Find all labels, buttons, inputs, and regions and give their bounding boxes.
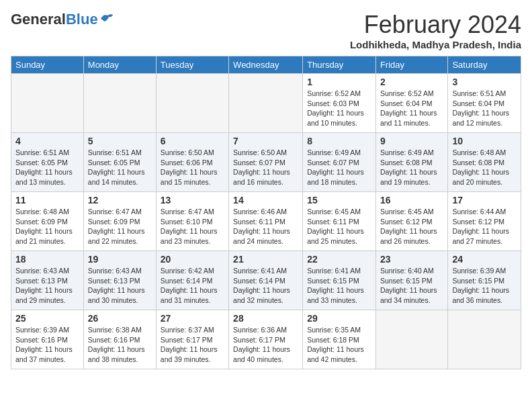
- day-info: Sunrise: 6:45 AMSunset: 6:12 PMDaylight:…: [380, 207, 444, 246]
- day-number: 15: [307, 195, 371, 205]
- day-number: 14: [233, 195, 298, 205]
- calendar-day-cell: 3Sunrise: 6:51 AMSunset: 6:04 PMDaylight…: [448, 74, 521, 133]
- calendar-day-cell: 17Sunrise: 6:44 AMSunset: 6:12 PMDayligh…: [448, 192, 521, 251]
- day-number: 12: [88, 195, 152, 205]
- day-info: Sunrise: 6:41 AMSunset: 6:14 PMDaylight:…: [233, 266, 298, 306]
- title-block: February 2024 Lodhikheda, Madhya Pradesh…: [350, 11, 521, 50]
- weekday-header-row: SundayMondayTuesdayWednesdayThursdayFrid…: [11, 56, 521, 74]
- day-info: Sunrise: 6:39 AMSunset: 6:16 PMDaylight:…: [15, 325, 79, 365]
- day-info: Sunrise: 6:39 AMSunset: 6:15 PMDaylight:…: [452, 266, 517, 306]
- weekday-header-saturday: Saturday: [448, 56, 521, 74]
- day-info: Sunrise: 6:52 AMSunset: 6:04 PMDaylight:…: [380, 89, 444, 128]
- day-info: Sunrise: 6:50 AMSunset: 6:07 PMDaylight:…: [233, 148, 298, 187]
- calendar-day-cell: 8Sunrise: 6:49 AMSunset: 6:07 PMDaylight…: [303, 133, 376, 192]
- day-number: 8: [307, 136, 371, 146]
- calendar-day-cell: 15Sunrise: 6:45 AMSunset: 6:11 PMDayligh…: [303, 192, 376, 251]
- day-info: Sunrise: 6:48 AMSunset: 6:08 PMDaylight:…: [452, 148, 517, 187]
- weekday-header-monday: Monday: [83, 56, 156, 74]
- day-number: 23: [380, 254, 444, 265]
- day-number: 3: [452, 77, 517, 87]
- day-number: 20: [161, 254, 224, 265]
- day-info: Sunrise: 6:51 AMSunset: 6:05 PMDaylight:…: [88, 148, 152, 187]
- day-info: Sunrise: 6:47 AMSunset: 6:10 PMDaylight:…: [161, 207, 224, 246]
- logo: GeneralBlue: [11, 11, 114, 28]
- calendar-week-row: 18Sunrise: 6:43 AMSunset: 6:13 PMDayligh…: [11, 251, 521, 310]
- day-info: Sunrise: 6:45 AMSunset: 6:11 PMDaylight:…: [307, 207, 371, 246]
- calendar-day-cell: 12Sunrise: 6:47 AMSunset: 6:09 PMDayligh…: [83, 192, 156, 251]
- calendar-day-cell: 26Sunrise: 6:38 AMSunset: 6:16 PMDayligh…: [83, 310, 156, 369]
- calendar-day-cell: 1Sunrise: 6:52 AMSunset: 6:03 PMDaylight…: [303, 74, 376, 133]
- calendar-day-cell: 14Sunrise: 6:46 AMSunset: 6:11 PMDayligh…: [229, 192, 303, 251]
- calendar-day-cell: 16Sunrise: 6:45 AMSunset: 6:12 PMDayligh…: [375, 192, 448, 251]
- calendar-day-cell: 19Sunrise: 6:43 AMSunset: 6:13 PMDayligh…: [83, 251, 156, 310]
- calendar-day-cell: 18Sunrise: 6:43 AMSunset: 6:13 PMDayligh…: [11, 251, 84, 310]
- day-number: 16: [380, 195, 444, 205]
- calendar-day-cell: 20Sunrise: 6:42 AMSunset: 6:14 PMDayligh…: [156, 251, 228, 310]
- calendar-day-cell: 5Sunrise: 6:51 AMSunset: 6:05 PMDaylight…: [83, 133, 156, 192]
- day-info: Sunrise: 6:36 AMSunset: 6:17 PMDaylight:…: [233, 325, 298, 365]
- day-number: 26: [88, 313, 152, 324]
- calendar-day-cell: 24Sunrise: 6:39 AMSunset: 6:15 PMDayligh…: [448, 251, 521, 310]
- calendar-day-cell: 23Sunrise: 6:40 AMSunset: 6:15 PMDayligh…: [375, 251, 448, 310]
- calendar-week-row: 25Sunrise: 6:39 AMSunset: 6:16 PMDayligh…: [11, 310, 521, 369]
- day-info: Sunrise: 6:48 AMSunset: 6:09 PMDaylight:…: [15, 207, 79, 246]
- weekday-header-sunday: Sunday: [11, 56, 84, 74]
- day-number: 24: [452, 254, 517, 265]
- day-info: Sunrise: 6:44 AMSunset: 6:12 PMDaylight:…: [452, 207, 517, 246]
- day-info: Sunrise: 6:49 AMSunset: 6:08 PMDaylight:…: [380, 148, 444, 187]
- day-number: 11: [15, 195, 79, 205]
- day-number: 28: [233, 313, 298, 324]
- day-info: Sunrise: 6:40 AMSunset: 6:15 PMDaylight:…: [380, 266, 444, 306]
- day-number: 29: [307, 313, 371, 324]
- day-info: Sunrise: 6:47 AMSunset: 6:09 PMDaylight:…: [88, 207, 152, 246]
- day-info: Sunrise: 6:52 AMSunset: 6:03 PMDaylight:…: [307, 89, 371, 128]
- calendar-week-row: 1Sunrise: 6:52 AMSunset: 6:03 PMDaylight…: [11, 74, 521, 133]
- calendar-day-cell: 28Sunrise: 6:36 AMSunset: 6:17 PMDayligh…: [229, 310, 303, 369]
- day-info: Sunrise: 6:41 AMSunset: 6:15 PMDaylight:…: [307, 266, 371, 306]
- calendar-day-cell: [11, 74, 84, 133]
- weekday-header-thursday: Thursday: [303, 56, 376, 74]
- calendar-day-cell: 2Sunrise: 6:52 AMSunset: 6:04 PMDaylight…: [375, 74, 448, 133]
- calendar-day-cell: 11Sunrise: 6:48 AMSunset: 6:09 PMDayligh…: [11, 192, 84, 251]
- calendar-day-cell: 10Sunrise: 6:48 AMSunset: 6:08 PMDayligh…: [448, 133, 521, 192]
- day-number: 18: [15, 254, 79, 265]
- day-info: Sunrise: 6:51 AMSunset: 6:04 PMDaylight:…: [452, 89, 517, 128]
- day-number: 6: [161, 136, 224, 146]
- logo-text: GeneralBlue: [11, 11, 98, 28]
- calendar-day-cell: 22Sunrise: 6:41 AMSunset: 6:15 PMDayligh…: [303, 251, 376, 310]
- day-number: 19: [88, 254, 152, 265]
- calendar-week-row: 11Sunrise: 6:48 AMSunset: 6:09 PMDayligh…: [11, 192, 521, 251]
- calendar-day-cell: 13Sunrise: 6:47 AMSunset: 6:10 PMDayligh…: [156, 192, 228, 251]
- calendar-day-cell: [448, 310, 521, 369]
- calendar-day-cell: 6Sunrise: 6:50 AMSunset: 6:06 PMDaylight…: [156, 133, 228, 192]
- day-number: 5: [88, 136, 152, 146]
- day-number: 9: [380, 136, 444, 146]
- calendar-day-cell: 25Sunrise: 6:39 AMSunset: 6:16 PMDayligh…: [11, 310, 84, 369]
- page-header: GeneralBlue February 2024 Lodhikheda, Ma…: [11, 11, 521, 50]
- day-info: Sunrise: 6:43 AMSunset: 6:13 PMDaylight:…: [88, 266, 152, 306]
- day-info: Sunrise: 6:49 AMSunset: 6:07 PMDaylight:…: [307, 148, 371, 187]
- calendar-day-cell: [229, 74, 303, 133]
- weekday-header-friday: Friday: [375, 56, 448, 74]
- day-number: 4: [15, 136, 79, 146]
- day-number: 1: [307, 77, 371, 87]
- calendar-day-cell: [156, 74, 228, 133]
- day-info: Sunrise: 6:51 AMSunset: 6:05 PMDaylight:…: [15, 148, 79, 187]
- day-number: 7: [233, 136, 298, 146]
- day-info: Sunrise: 6:50 AMSunset: 6:06 PMDaylight:…: [161, 148, 224, 187]
- calendar-day-cell: 27Sunrise: 6:37 AMSunset: 6:17 PMDayligh…: [156, 310, 228, 369]
- calendar-day-cell: 9Sunrise: 6:49 AMSunset: 6:08 PMDaylight…: [375, 133, 448, 192]
- calendar-day-cell: [375, 310, 448, 369]
- day-number: 2: [380, 77, 444, 87]
- day-info: Sunrise: 6:43 AMSunset: 6:13 PMDaylight:…: [15, 266, 79, 306]
- logo-bird-icon: [99, 12, 114, 24]
- day-info: Sunrise: 6:46 AMSunset: 6:11 PMDaylight:…: [233, 207, 298, 246]
- day-number: 10: [452, 136, 517, 146]
- weekday-header-wednesday: Wednesday: [229, 56, 303, 74]
- day-number: 17: [452, 195, 517, 205]
- location: Lodhikheda, Madhya Pradesh, India: [350, 39, 521, 50]
- calendar-table: SundayMondayTuesdayWednesdayThursdayFrid…: [11, 56, 521, 369]
- calendar-day-cell: [83, 74, 156, 133]
- day-info: Sunrise: 6:35 AMSunset: 6:18 PMDaylight:…: [307, 325, 371, 365]
- day-info: Sunrise: 6:38 AMSunset: 6:16 PMDaylight:…: [88, 325, 152, 365]
